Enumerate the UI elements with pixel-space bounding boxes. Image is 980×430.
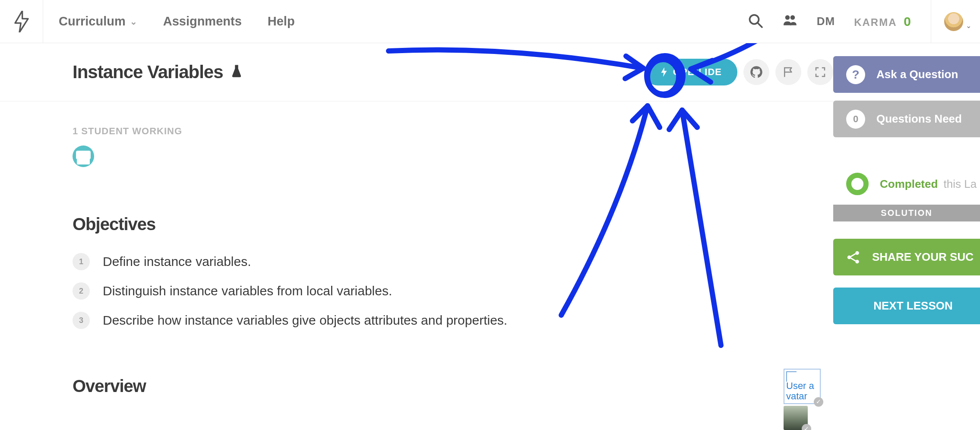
- open-ide-label: OPEN IDE: [673, 66, 722, 78]
- list-item: 1 Define instance variables.: [73, 253, 833, 270]
- solution-button[interactable]: SOLUTION: [833, 205, 980, 221]
- github-icon: [750, 66, 763, 79]
- top-nav: Curriculum ⌄ Assignments Help DM K: [0, 0, 980, 43]
- nav-right: DM KARMA 0 ⌄: [748, 0, 971, 43]
- list-number: 3: [73, 312, 90, 329]
- nav-curriculum[interactable]: Curriculum ⌄: [59, 14, 137, 28]
- broken-image-alt: User avatar: [786, 380, 814, 402]
- svg-point-3: [790, 15, 795, 20]
- objective-text: Describe how instance variables give obj…: [103, 313, 507, 328]
- completed-suffix: this La: [944, 177, 977, 190]
- user-menu[interactable]: ⌄: [931, 0, 971, 43]
- karma-value: 0: [904, 14, 912, 28]
- share-icon: [846, 250, 861, 265]
- bolt-icon: [660, 67, 668, 77]
- list-number: 1: [73, 253, 90, 270]
- nav-links: Curriculum ⌄ Assignments Help: [59, 14, 295, 28]
- svg-line-8: [851, 258, 856, 261]
- ask-question-label: Ask a Question: [876, 68, 958, 81]
- progress-ring-icon: [846, 173, 869, 195]
- flag-button[interactable]: [775, 59, 801, 85]
- side-panel: ? Ask a Question 0 Questions Need Comple…: [833, 43, 980, 332]
- open-ide-button[interactable]: OPEN IDE: [645, 59, 737, 85]
- search-icon: [748, 13, 763, 28]
- flag-icon: [782, 66, 795, 79]
- student-avatar[interactable]: [73, 145, 94, 167]
- chevron-down-icon: ⌄: [966, 22, 971, 30]
- logo[interactable]: [0, 0, 43, 43]
- people-button[interactable]: [782, 13, 798, 30]
- list-item: 2 Distinguish instance variables from lo…: [73, 282, 833, 300]
- nav-help[interactable]: Help: [268, 14, 295, 28]
- nav-curriculum-label: Curriculum: [59, 14, 126, 28]
- dm-link[interactable]: DM: [817, 15, 835, 28]
- completed-card: Completed this La: [833, 163, 980, 205]
- questions-need-label: Questions Need: [876, 112, 962, 126]
- expand-icon: [814, 66, 827, 79]
- completed-label: Completed: [880, 177, 938, 190]
- check-badge-icon: ✓: [814, 397, 823, 407]
- share-success-button[interactable]: SHARE YOUR SUC: [833, 239, 980, 275]
- github-button[interactable]: [743, 59, 769, 85]
- next-lesson-button[interactable]: NEXT LESSON: [833, 288, 980, 324]
- nav-assignments-label: Assignments: [163, 14, 242, 28]
- lesson-content: 1 STUDENT WORKING Objectives 1 Define in…: [0, 101, 833, 396]
- karma-display: KARMA 0: [854, 14, 912, 29]
- page-title: Instance Variables: [73, 62, 242, 82]
- people-icon: [782, 13, 798, 28]
- students-working-label: 1 STUDENT WORKING: [73, 126, 833, 137]
- avatar: [944, 12, 963, 31]
- objective-text: Define instance variables.: [103, 254, 251, 269]
- bolt-logo-icon: [13, 11, 30, 32]
- question-mark-icon: ?: [846, 65, 865, 84]
- ask-question-button[interactable]: ? Ask a Question: [833, 56, 980, 93]
- objectives-list: 1 Define instance variables. 2 Distingui…: [73, 253, 833, 329]
- svg-point-5: [855, 251, 859, 255]
- overview-heading: Overview: [73, 376, 833, 396]
- next-lesson-label: NEXT LESSON: [873, 299, 952, 313]
- questions-count-badge: 0: [846, 110, 865, 129]
- search-button[interactable]: [748, 13, 763, 30]
- nav-assignments[interactable]: Assignments: [163, 14, 242, 28]
- svg-line-7: [851, 253, 856, 256]
- share-label: SHARE YOUR SUC: [872, 250, 974, 264]
- objectives-heading: Objectives: [73, 215, 833, 234]
- list-item: 3 Describe how instance variables give o…: [73, 312, 833, 329]
- karma-label: KARMA: [854, 16, 896, 28]
- svg-line-1: [757, 22, 762, 27]
- page-title-text: Instance Variables: [73, 62, 223, 82]
- svg-point-2: [785, 15, 790, 20]
- check-badge-icon: ✓: [802, 424, 811, 430]
- questions-need-button[interactable]: 0 Questions Need: [833, 101, 980, 137]
- svg-point-6: [855, 259, 859, 263]
- expand-button[interactable]: [807, 59, 833, 85]
- nav-help-label: Help: [268, 14, 295, 28]
- broken-image[interactable]: User avatar ✓: [784, 369, 821, 404]
- flask-icon: [231, 64, 242, 81]
- objective-text: Distinguish instance variables from loca…: [103, 284, 392, 298]
- user-thumbnails: User avatar ✓ ✓: [784, 369, 822, 430]
- list-number: 2: [73, 282, 90, 300]
- chevron-down-icon: ⌄: [130, 16, 137, 27]
